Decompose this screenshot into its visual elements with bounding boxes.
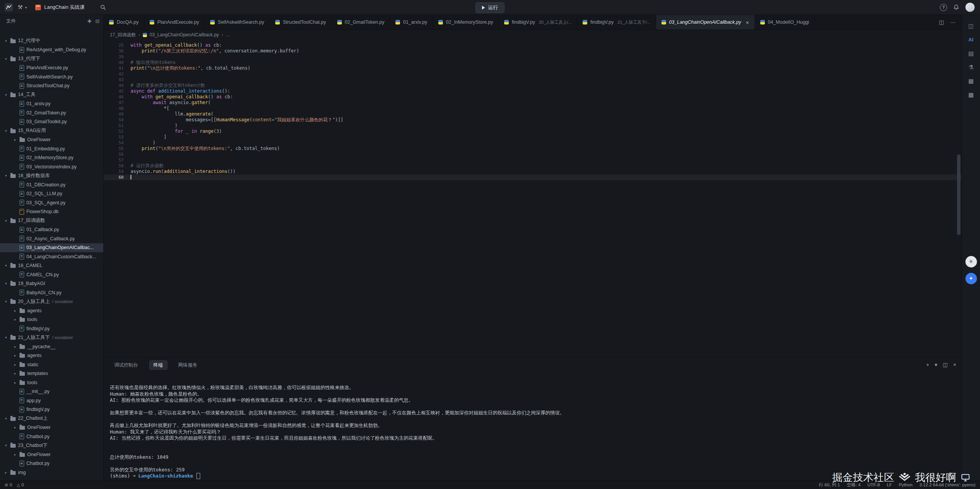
tree-item[interactable]: ▸tools (0, 315, 103, 324)
line-number[interactable]: 41 (104, 65, 131, 71)
tree-item[interactable]: ▸tools (0, 378, 103, 387)
line-number[interactable]: 42 (104, 71, 131, 77)
tree-item[interactable]: ▾16_操作数据库 (0, 171, 103, 181)
panel-tab[interactable]: 网络服务 (174, 360, 202, 370)
tree-item[interactable]: PlanAndExecute.py (0, 64, 103, 73)
tree-item[interactable]: Chatbot.py (0, 459, 103, 468)
chevron-down-icon[interactable]: ▾ (4, 300, 8, 303)
chevron-right-icon[interactable]: ▸ (4, 471, 8, 474)
apps-grid-icon[interactable]: ▩ (965, 89, 977, 101)
code-line[interactable]: 41print("\n总计使用的tokens:", cb.total_token… (104, 65, 962, 71)
more-actions-icon[interactable]: ⋯ (950, 19, 956, 25)
line-number[interactable]: 54 (104, 140, 131, 146)
tree-item[interactable]: ▾15_RAG应用 (0, 126, 103, 135)
chevron-down-icon[interactable]: ▾ (4, 57, 8, 61)
tree-item[interactable]: findbigV.py (0, 405, 103, 414)
line-number[interactable]: 38 (104, 48, 131, 54)
code-line[interactable]: 42 (104, 71, 962, 77)
tree-item[interactable]: ▾14_工具 (0, 90, 103, 99)
chevron-right-icon[interactable]: ▸ (13, 309, 17, 313)
code-line[interactable]: 53 ] (104, 134, 962, 140)
tree-item[interactable]: 04_LangChainCustomCallback... (0, 252, 103, 261)
line-number[interactable]: 40 (104, 60, 131, 65)
tree-item[interactable]: __init__.py (0, 387, 103, 396)
tree-item[interactable]: ReActAgent_with_Debug.py (0, 46, 103, 55)
tree-item[interactable]: SelfAskwithSearch.py (0, 72, 103, 82)
code-line[interactable]: 55 print("\n另外的交互中使用的tokens:", cb.total_… (104, 146, 962, 152)
code-line[interactable]: 46 with get_openai_callback() as cb: (104, 94, 962, 100)
chevron-right-icon[interactable]: ▸ (13, 318, 17, 321)
chevron-right-icon[interactable]: ▸ (13, 425, 17, 429)
line-number[interactable]: 49 (104, 111, 131, 117)
tree-item[interactable]: 03_SQL_Agent.py (0, 198, 103, 207)
tree-item[interactable]: ▾12_代理中 (0, 36, 103, 46)
chevron-down-icon[interactable]: ▾ (4, 282, 8, 285)
tree-item[interactable]: 01_Callback.py (0, 225, 103, 235)
tree-item[interactable]: ▸templates (0, 369, 103, 378)
help-icon[interactable]: ? (940, 4, 947, 11)
tree-item[interactable]: ▸OneFlower (0, 450, 103, 459)
tree-item[interactable]: StructedToolChat.py (0, 82, 103, 91)
editor-tab[interactable]: findbigV.py21_人脉工具下/... (577, 15, 656, 29)
code-line[interactable]: 56 (104, 152, 962, 157)
flask-icon[interactable]: ⚗ (965, 62, 977, 73)
code-line[interactable]: 48 *[ (104, 106, 962, 111)
tree-item[interactable]: ▾13_代理下 (0, 54, 103, 64)
chevron-right-icon[interactable]: ▸ (13, 345, 17, 349)
code-editor[interactable]: 25with get_openai_callback() as cb:38 pr… (104, 40, 962, 357)
terminal-picker-chevron-icon[interactable]: ▾ (935, 362, 938, 368)
notebook-icon[interactable]: ▤ (965, 48, 977, 59)
tree-item[interactable]: ▾21_人脉工具下/ socializer (0, 333, 103, 342)
editor-tab[interactable]: 02_InMemoryStore.py (433, 15, 499, 29)
bell-icon[interactable] (953, 4, 959, 10)
run-button[interactable]: 运行 (475, 2, 505, 13)
tree-item[interactable]: 01_arxiv.py (0, 99, 103, 109)
line-number[interactable]: 51 (104, 123, 131, 129)
line-number[interactable]: 45 (104, 88, 131, 94)
line-number[interactable]: 44 (104, 83, 131, 88)
line-number[interactable]: 43 (104, 77, 131, 83)
project-switcher[interactable]: LangChain 实战课 (35, 4, 85, 11)
chevron-right-icon[interactable]: ▸ (13, 372, 17, 375)
tree-item[interactable]: app.py (0, 396, 103, 405)
terminal[interactable]: 还有玫瑰也是很经典的选择。红玫瑰热情似火，粉玫瑰温柔甜美，白玫瑰纯洁高雅，你可以… (104, 372, 962, 481)
code-line[interactable]: 44# 进行更多的异步交互和token计数 (104, 83, 962, 88)
chevron-right-icon[interactable]: ▸ (13, 138, 17, 142)
line-number[interactable]: 46 (104, 94, 131, 100)
code-line[interactable]: 52 for _ in range(3) (104, 129, 962, 134)
chevron-down-icon[interactable]: ▾ (4, 417, 8, 421)
code-line[interactable]: 25with get_openai_callback() as cb: (104, 42, 962, 48)
line-number[interactable]: 39 (104, 54, 131, 60)
code-line[interactable]: 43 (104, 77, 962, 83)
user-avatar[interactable] (965, 3, 975, 12)
code-line[interactable]: 60 (104, 174, 962, 180)
tree-item[interactable]: 02_SQL_LLM.py (0, 189, 103, 199)
chat-button[interactable]: ✦ (965, 273, 977, 284)
tree-item[interactable]: Chatbot.py (0, 432, 103, 441)
line-number[interactable]: 50 (104, 117, 131, 123)
code-line[interactable]: 38 print("/n第三次对话后的记忆:/n", conversation.… (104, 48, 962, 54)
line-number[interactable]: 56 (104, 152, 131, 157)
tree-item[interactable]: ▸agents (0, 351, 103, 360)
editor-tab[interactable]: 02_GmailToken.py (332, 15, 390, 29)
tree-item[interactable]: 02_GmailToken.py (0, 108, 103, 117)
code-line[interactable]: 49 llm.agenerate( (104, 111, 962, 117)
chevron-right-icon[interactable]: ▸ (13, 354, 17, 357)
tree-item[interactable]: ▾19_BabyAGI (0, 279, 103, 289)
line-number[interactable]: 25 (104, 42, 131, 48)
split-panel-icon[interactable]: ◫ (943, 362, 948, 368)
tree-item[interactable]: 03_LangChainOpenAICallbac... (0, 243, 103, 253)
chevron-right-icon[interactable]: ▸ (13, 381, 17, 385)
tree-item[interactable]: findbigV.py (0, 324, 103, 333)
code-line[interactable]: 57 (104, 157, 962, 163)
breadcrumb-item[interactable]: 03_LangChainOpenAICallback.py (150, 32, 219, 37)
new-terminal-icon[interactable]: + (926, 362, 929, 368)
code-line[interactable]: 39 (104, 54, 962, 60)
file-tree[interactable]: ▾12_代理中ReActAgent_with_Debug.py▾13_代理下Pl… (0, 36, 103, 477)
chevron-down-icon[interactable]: ▾ (4, 174, 8, 178)
editor-tab[interactable]: StructedToolChat.py (270, 15, 332, 29)
tree-item[interactable]: ▸static (0, 360, 103, 369)
code-line[interactable]: 58# 运行异步函数 (104, 163, 962, 169)
code-line[interactable]: 47 await asyncio.gather( (104, 100, 962, 106)
line-number[interactable]: 47 (104, 100, 131, 106)
